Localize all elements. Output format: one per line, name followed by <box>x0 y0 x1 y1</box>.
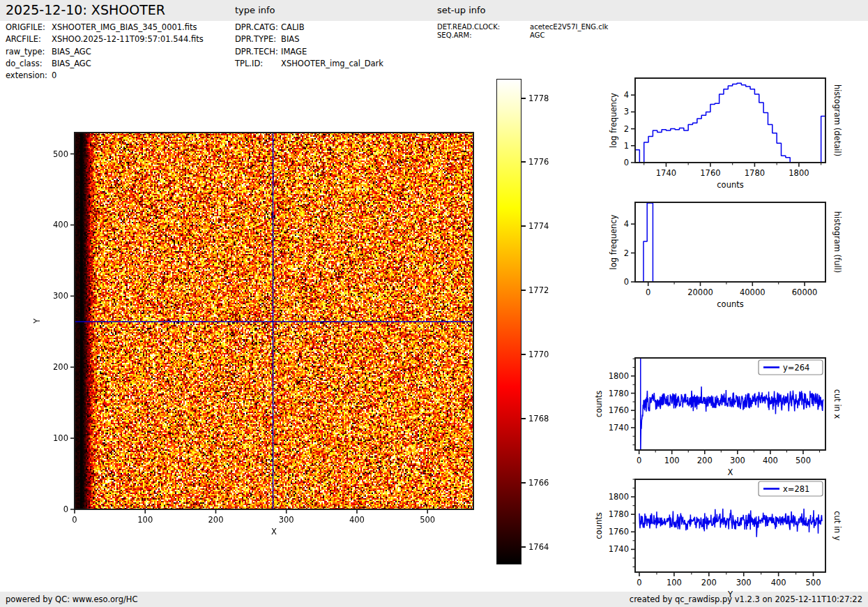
histogram-detail-plot: 174017601780180001234countslog frequency… <box>589 68 868 195</box>
svg-text:counts: counts <box>717 180 743 190</box>
type-info-heading: type info <box>235 5 275 15</box>
svg-text:3: 3 <box>624 107 629 117</box>
svg-text:1760: 1760 <box>700 168 720 178</box>
setup-info-heading: set-up info <box>437 5 486 15</box>
svg-text:300: 300 <box>279 515 294 525</box>
svg-text:200: 200 <box>208 515 224 525</box>
svg-text:histogram (full): histogram (full) <box>832 211 842 273</box>
colorbar-tick-label: 1778 <box>528 93 549 104</box>
svg-text:200: 200 <box>701 578 717 587</box>
svg-text:0: 0 <box>637 578 641 587</box>
meta-row-dpr-type: DPR.TYPE: BIAS <box>235 33 383 45</box>
colorbar-tick <box>521 354 526 355</box>
meta-label: raw_type: <box>6 46 52 58</box>
meta-value: IMAGE <box>281 46 307 58</box>
meta-row-raw-type: raw_type: BIAS_AGC <box>6 46 204 58</box>
svg-text:1800: 1800 <box>609 371 629 381</box>
svg-text:500: 500 <box>806 578 821 587</box>
colorbar-tick-label: 1770 <box>528 349 549 360</box>
meta-label: DPR.TYPE: <box>235 33 281 45</box>
footer-powered-by: powered by QC: www.eso.org/HC <box>6 594 137 604</box>
meta-label: DET.READ.CLOCK: <box>437 23 530 31</box>
meta-label: DPR.CATG: <box>235 22 281 33</box>
colorbar-tick-label: 1772 <box>528 285 549 296</box>
svg-text:y=264: y=264 <box>783 363 809 373</box>
svg-text:X: X <box>271 527 277 537</box>
svg-text:1760: 1760 <box>609 405 629 415</box>
svg-text:500: 500 <box>795 456 811 465</box>
meta-row-seq-arm: SEQ.ARM: AGC <box>437 31 608 40</box>
svg-text:300: 300 <box>53 291 68 301</box>
svg-text:100: 100 <box>53 433 68 443</box>
meta-value: CALIB <box>281 22 305 33</box>
colorbar-tick <box>521 482 526 484</box>
svg-text:Y: Y <box>32 318 42 324</box>
meta-row-extension: extension: 0 <box>6 70 204 82</box>
meta-value: BIAS_AGC <box>52 46 91 58</box>
colorbar-tick-label: 1776 <box>528 156 549 167</box>
meta-value: 0 <box>52 70 56 82</box>
svg-text:0: 0 <box>72 515 77 525</box>
meta-row-det-read-clock: DET.READ.CLOCK: acetecE2V57I_ENG.clk <box>437 23 608 31</box>
meta-label: ORIGFILE: <box>6 22 52 33</box>
meta-label: extension: <box>6 70 52 82</box>
svg-text:2: 2 <box>624 248 629 258</box>
svg-text:log frequency: log frequency <box>609 93 618 148</box>
colorbar-tick <box>521 290 526 291</box>
colorbar-tick <box>521 418 526 419</box>
meta-row-dpr-catg: DPR.CATG: CALIB <box>235 22 383 33</box>
qc-report-page: 2025-12-10: XSHOOTER type info set-up in… <box>0 0 868 607</box>
meta-value: XSHOOTER_IMG_BIAS_345_0001.fits <box>52 22 197 33</box>
svg-text:Y: Y <box>727 590 733 599</box>
meta-label: do_class: <box>6 58 52 70</box>
svg-text:20000: 20000 <box>687 287 713 297</box>
page-title: 2025-12-10: XSHOOTER <box>6 2 165 17</box>
svg-text:1800: 1800 <box>609 492 629 502</box>
meta-label: DPR.TECH: <box>235 46 281 58</box>
svg-text:200: 200 <box>697 456 713 465</box>
meta-row-dpr-tech: DPR.TECH: IMAGE <box>235 46 383 58</box>
bias-image-axes: 01002003004005000100200300400500XY <box>28 119 544 558</box>
svg-text:4: 4 <box>624 219 629 229</box>
svg-text:200: 200 <box>53 362 68 372</box>
legend: y=264 <box>759 360 823 375</box>
svg-text:60000: 60000 <box>792 287 818 297</box>
colorbar-tick-label: 1764 <box>528 541 549 553</box>
colorbar-tick-label: 1774 <box>528 220 549 232</box>
svg-text:300: 300 <box>736 578 752 587</box>
meta-row-do-class: do_class: BIAS_AGC <box>6 58 204 70</box>
colorbar-tick <box>521 546 526 548</box>
colorbar-tick <box>521 225 526 227</box>
svg-text:counts: counts <box>717 299 743 309</box>
svg-text:1: 1 <box>624 141 629 151</box>
svg-text:1740: 1740 <box>609 423 629 433</box>
meta-value: BIAS_AGC <box>52 58 91 70</box>
svg-text:100: 100 <box>664 456 680 465</box>
meta-value: acetecE2V57I_ENG.clk <box>530 23 608 31</box>
svg-text:4: 4 <box>624 90 629 100</box>
svg-text:1780: 1780 <box>609 509 629 519</box>
svg-text:400: 400 <box>53 220 68 230</box>
svg-text:0: 0 <box>637 456 641 465</box>
meta-value: XSHOO.2025-12-11T09:57:01.544.fits <box>52 33 204 45</box>
meta-value: AGC <box>530 31 545 40</box>
svg-text:1740: 1740 <box>656 168 676 178</box>
meta-row-arcfile: ARCFILE: XSHOO.2025-12-11T09:57:01.544.f… <box>6 33 204 45</box>
svg-text:1760: 1760 <box>609 527 629 537</box>
svg-text:100: 100 <box>667 578 682 587</box>
meta-value: XSHOOTER_img_cal_Dark <box>281 58 383 70</box>
colorbar-tick <box>521 98 526 99</box>
cut-in-x-plot: 01002003004005001740176017801800Xcountsc… <box>589 347 868 477</box>
type-info-block: DPR.CATG: CALIB DPR.TYPE: BIAS DPR.TECH:… <box>235 22 383 70</box>
svg-text:log frequency: log frequency <box>609 214 618 269</box>
svg-text:counts: counts <box>594 391 604 417</box>
svg-text:1740: 1740 <box>609 544 629 554</box>
histogram-full-plot: 0200004000060000024countslog frequencyhi… <box>589 193 868 317</box>
meta-row-origfile: ORIGFILE: XSHOOTER_IMG_BIAS_345_0001.fit… <box>6 22 204 33</box>
colorbar-tick-label: 1766 <box>528 477 549 488</box>
svg-text:0: 0 <box>63 504 68 514</box>
meta-label: ARCFILE: <box>6 33 52 45</box>
svg-text:0: 0 <box>624 277 629 287</box>
svg-text:histogram (detail): histogram (detail) <box>832 84 842 156</box>
meta-label: TPL.ID: <box>235 58 281 70</box>
